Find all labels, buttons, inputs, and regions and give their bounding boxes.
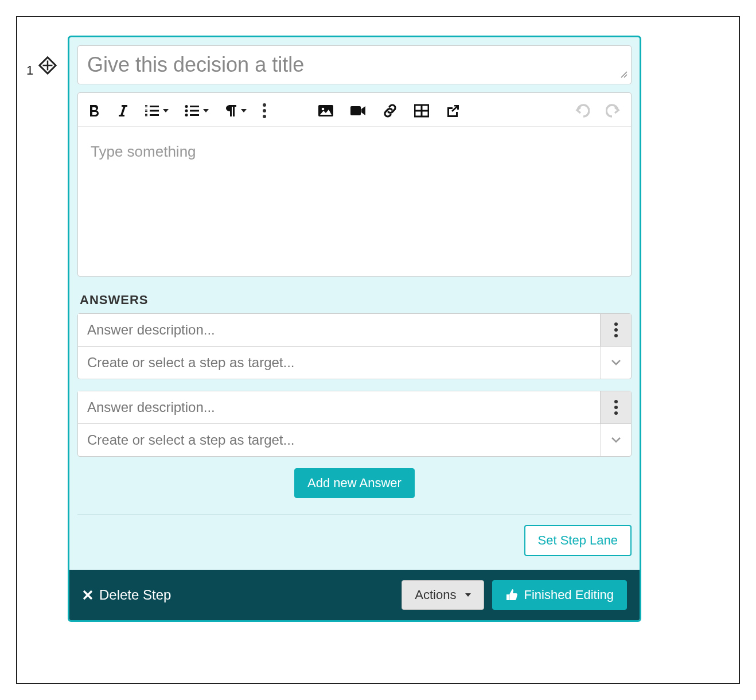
- chevron-down-icon: [465, 593, 471, 597]
- editor-toolbar: [78, 93, 631, 127]
- italic-button[interactable]: [117, 104, 128, 118]
- finished-editing-button[interactable]: Finished Editing: [492, 580, 627, 610]
- decision-diamond-icon: [35, 53, 60, 78]
- open-external-button[interactable]: [445, 104, 460, 118]
- svg-point-16: [185, 114, 188, 116]
- external-link-icon: [445, 104, 460, 118]
- close-icon: [82, 589, 93, 601]
- answer-description-input[interactable]: [78, 314, 600, 346]
- ordered-list-button[interactable]: [145, 104, 169, 118]
- redo-icon: [606, 104, 621, 118]
- svg-rect-7: [145, 107, 147, 108]
- finished-editing-label: Finished Editing: [524, 588, 614, 602]
- svg-rect-6: [145, 105, 147, 106]
- redo-button[interactable]: [606, 104, 621, 118]
- answer-block: Create or select a step as target...: [77, 313, 632, 379]
- divider: [77, 514, 632, 515]
- chevron-down-icon: [203, 109, 209, 112]
- resize-grip-icon[interactable]: [620, 71, 628, 81]
- answer-target-dropdown[interactable]: [600, 424, 631, 456]
- svg-point-14: [185, 110, 188, 112]
- page-container: 1: [16, 16, 740, 684]
- toolbar-format-group: [88, 103, 266, 118]
- undo-icon: [575, 104, 590, 118]
- svg-rect-3: [150, 106, 159, 107]
- add-answer-row: Add new Answer: [77, 468, 632, 498]
- ordered-list-icon: [145, 104, 159, 118]
- chevron-down-icon: [611, 437, 621, 444]
- answer-target-select[interactable]: Create or select a step as target...: [78, 424, 600, 456]
- insert-link-button[interactable]: [382, 103, 398, 118]
- unordered-list-button[interactable]: [185, 104, 209, 118]
- delete-step-button[interactable]: Delete Step: [82, 587, 171, 603]
- undo-button[interactable]: [575, 104, 590, 118]
- bold-icon: [88, 104, 101, 118]
- title-input[interactable]: [77, 45, 632, 84]
- insert-video-button[interactable]: [350, 104, 366, 117]
- chevron-down-icon: [611, 359, 621, 366]
- more-vertical-icon: [614, 400, 618, 415]
- insert-image-button[interactable]: [318, 104, 334, 118]
- insert-table-button[interactable]: [414, 104, 429, 118]
- card-footer: Delete Step Actions Finished Editing: [69, 570, 640, 620]
- editor-box: Type something: [77, 92, 632, 277]
- link-icon: [382, 103, 398, 118]
- svg-rect-15: [190, 110, 199, 112]
- paragraph-icon: [225, 104, 237, 118]
- more-vertical-icon: [263, 103, 266, 118]
- chevron-down-icon: [163, 109, 169, 112]
- paragraph-format-button[interactable]: [225, 104, 247, 118]
- answer-more-button[interactable]: [600, 391, 631, 423]
- card-body: Type something ANSWERS Create or select …: [69, 37, 640, 570]
- table-icon: [414, 104, 429, 118]
- more-vertical-icon: [614, 322, 618, 337]
- editor-content[interactable]: Type something: [78, 127, 631, 276]
- svg-rect-20: [350, 106, 361, 115]
- svg-rect-17: [190, 114, 199, 116]
- answer-target-dropdown[interactable]: [600, 347, 631, 379]
- unordered-list-icon: [185, 104, 200, 118]
- svg-rect-13: [190, 106, 199, 107]
- answer-more-button[interactable]: [600, 314, 631, 346]
- svg-point-19: [322, 108, 325, 111]
- chevron-down-icon: [241, 109, 247, 112]
- svg-rect-9: [145, 111, 147, 112]
- video-icon: [350, 104, 366, 117]
- add-answer-button[interactable]: Add new Answer: [294, 468, 415, 498]
- more-format-button[interactable]: [263, 103, 266, 118]
- actions-button[interactable]: Actions: [402, 580, 484, 610]
- step-badge: 1: [26, 53, 60, 78]
- svg-rect-5: [150, 114, 159, 116]
- answer-block: Create or select a step as target...: [77, 391, 632, 457]
- answer-description-input[interactable]: [78, 391, 600, 423]
- set-step-lane-button[interactable]: Set Step Lane: [524, 525, 632, 556]
- step-card: Type something ANSWERS Create or select …: [68, 36, 641, 622]
- bold-button[interactable]: [88, 104, 101, 118]
- title-field-wrap: [77, 45, 632, 84]
- actions-label: Actions: [415, 588, 456, 602]
- thumbs-up-icon: [505, 589, 518, 601]
- toolbar-insert-group: [318, 103, 460, 118]
- svg-rect-8: [145, 110, 147, 111]
- set-lane-row: Set Step Lane: [77, 523, 632, 562]
- svg-rect-10: [145, 114, 147, 115]
- answer-target-select[interactable]: Create or select a step as target...: [78, 347, 600, 379]
- step-index: 1: [26, 63, 33, 78]
- image-icon: [318, 104, 334, 118]
- delete-step-label: Delete Step: [99, 587, 171, 603]
- toolbar-history-group: [575, 104, 621, 118]
- svg-point-12: [185, 105, 188, 108]
- answers-heading: ANSWERS: [77, 293, 632, 308]
- italic-icon: [117, 104, 128, 118]
- svg-rect-4: [150, 110, 159, 112]
- svg-rect-11: [145, 115, 147, 116]
